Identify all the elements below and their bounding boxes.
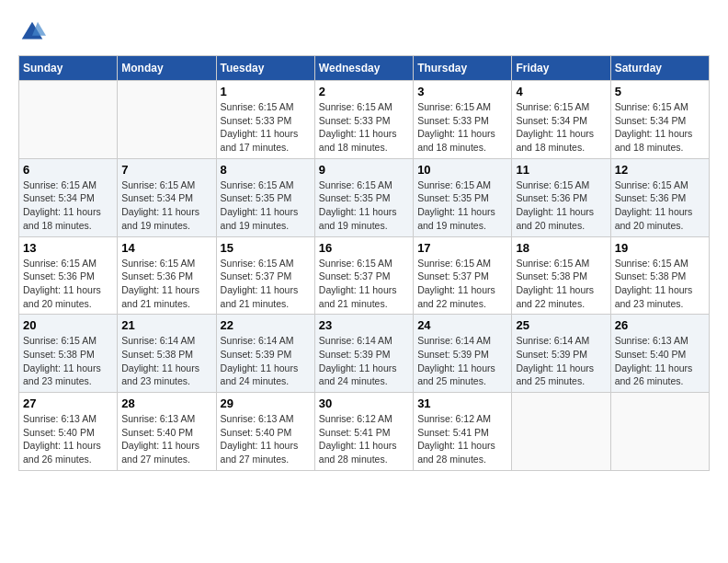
calendar-week-row: 13Sunrise: 6:15 AMSunset: 5:36 PMDayligh… xyxy=(19,236,710,315)
calendar-cell: 31Sunrise: 6:12 AMSunset: 5:41 PMDayligh… xyxy=(414,393,512,471)
calendar-cell: 15Sunrise: 6:15 AMSunset: 5:37 PMDayligh… xyxy=(216,236,314,315)
day-number: 8 xyxy=(221,163,311,177)
calendar-header-row: SundayMondayTuesdayWednesdayThursdayFrid… xyxy=(19,56,710,81)
column-header-thursday: Thursday xyxy=(414,56,512,81)
day-number: 1 xyxy=(221,85,311,98)
calendar-cell: 6Sunrise: 6:15 AMSunset: 5:34 PMDaylight… xyxy=(19,158,118,236)
calendar-cell: 16Sunrise: 6:15 AMSunset: 5:37 PMDayligh… xyxy=(314,236,413,315)
calendar-cell: 2Sunrise: 6:15 AMSunset: 5:33 PMDaylight… xyxy=(314,81,413,159)
day-number: 25 xyxy=(516,318,606,332)
day-number: 31 xyxy=(417,396,507,410)
day-number: 30 xyxy=(319,396,409,410)
day-info: Sunrise: 6:15 AMSunset: 5:33 PMDaylight:… xyxy=(221,100,311,155)
day-info: Sunrise: 6:14 AMSunset: 5:39 PMDaylight:… xyxy=(319,334,409,388)
day-number: 7 xyxy=(121,163,211,177)
day-info: Sunrise: 6:15 AMSunset: 5:36 PMDaylight:… xyxy=(121,257,211,311)
column-header-sunday: Sunday xyxy=(19,56,118,81)
calendar-cell: 30Sunrise: 6:12 AMSunset: 5:41 PMDayligh… xyxy=(314,393,413,471)
calendar-cell: 4Sunrise: 6:15 AMSunset: 5:34 PMDaylight… xyxy=(512,81,610,159)
calendar-cell: 9Sunrise: 6:15 AMSunset: 5:35 PMDaylight… xyxy=(314,158,413,236)
day-number: 29 xyxy=(221,396,311,410)
day-info: Sunrise: 6:13 AMSunset: 5:40 PMDaylight:… xyxy=(221,412,311,466)
calendar-table: SundayMondayTuesdayWednesdayThursdayFrid… xyxy=(18,55,710,471)
day-info: Sunrise: 6:15 AMSunset: 5:35 PMDaylight:… xyxy=(221,178,311,233)
calendar-cell: 18Sunrise: 6:15 AMSunset: 5:38 PMDayligh… xyxy=(512,236,610,315)
day-info: Sunrise: 6:15 AMSunset: 5:36 PMDaylight:… xyxy=(23,257,113,311)
calendar-week-row: 1Sunrise: 6:15 AMSunset: 5:33 PMDaylight… xyxy=(19,81,710,159)
day-number: 17 xyxy=(417,241,507,255)
day-info: Sunrise: 6:13 AMSunset: 5:40 PMDaylight:… xyxy=(23,412,113,466)
calendar-cell: 22Sunrise: 6:14 AMSunset: 5:39 PMDayligh… xyxy=(216,315,314,393)
calendar-cell: 27Sunrise: 6:13 AMSunset: 5:40 PMDayligh… xyxy=(19,393,118,471)
day-info: Sunrise: 6:15 AMSunset: 5:36 PMDaylight:… xyxy=(615,178,705,233)
day-number: 22 xyxy=(221,318,311,332)
day-info: Sunrise: 6:15 AMSunset: 5:34 PMDaylight:… xyxy=(121,178,211,233)
day-info: Sunrise: 6:15 AMSunset: 5:34 PMDaylight:… xyxy=(615,100,705,155)
column-header-tuesday: Tuesday xyxy=(216,56,314,81)
day-number: 21 xyxy=(121,318,211,332)
calendar-cell xyxy=(512,393,610,471)
day-number: 27 xyxy=(23,396,113,410)
day-info: Sunrise: 6:15 AMSunset: 5:38 PMDaylight:… xyxy=(23,334,113,388)
day-info: Sunrise: 6:15 AMSunset: 5:37 PMDaylight:… xyxy=(319,257,409,311)
calendar-cell: 29Sunrise: 6:13 AMSunset: 5:40 PMDayligh… xyxy=(216,393,314,471)
page-header xyxy=(18,18,710,46)
calendar-cell: 28Sunrise: 6:13 AMSunset: 5:40 PMDayligh… xyxy=(118,393,216,471)
day-number: 5 xyxy=(615,85,705,98)
day-number: 28 xyxy=(121,396,211,410)
calendar-cell: 24Sunrise: 6:14 AMSunset: 5:39 PMDayligh… xyxy=(414,315,512,393)
day-number: 12 xyxy=(615,163,705,177)
day-number: 19 xyxy=(615,241,705,255)
calendar-cell: 8Sunrise: 6:15 AMSunset: 5:35 PMDaylight… xyxy=(216,158,314,236)
day-info: Sunrise: 6:13 AMSunset: 5:40 PMDaylight:… xyxy=(615,334,705,388)
column-header-saturday: Saturday xyxy=(610,56,709,81)
calendar-cell xyxy=(118,81,216,159)
calendar-cell: 7Sunrise: 6:15 AMSunset: 5:34 PMDaylight… xyxy=(118,158,216,236)
day-number: 14 xyxy=(121,241,211,255)
calendar-cell: 17Sunrise: 6:15 AMSunset: 5:37 PMDayligh… xyxy=(414,236,512,315)
day-info: Sunrise: 6:15 AMSunset: 5:33 PMDaylight:… xyxy=(319,100,409,155)
day-info: Sunrise: 6:12 AMSunset: 5:41 PMDaylight:… xyxy=(417,412,507,466)
day-number: 15 xyxy=(221,241,311,255)
day-info: Sunrise: 6:15 AMSunset: 5:35 PMDaylight:… xyxy=(319,178,409,233)
day-info: Sunrise: 6:15 AMSunset: 5:36 PMDaylight:… xyxy=(516,178,606,233)
day-number: 16 xyxy=(319,241,409,255)
day-info: Sunrise: 6:14 AMSunset: 5:39 PMDaylight:… xyxy=(221,334,311,388)
day-info: Sunrise: 6:14 AMSunset: 5:39 PMDaylight:… xyxy=(516,334,606,388)
day-number: 13 xyxy=(23,241,113,255)
calendar-week-row: 27Sunrise: 6:13 AMSunset: 5:40 PMDayligh… xyxy=(19,393,710,471)
day-info: Sunrise: 6:14 AMSunset: 5:39 PMDaylight:… xyxy=(417,334,507,388)
day-info: Sunrise: 6:15 AMSunset: 5:34 PMDaylight:… xyxy=(23,178,113,233)
logo-icon xyxy=(18,18,46,46)
calendar-cell: 13Sunrise: 6:15 AMSunset: 5:36 PMDayligh… xyxy=(19,236,118,315)
calendar-cell: 23Sunrise: 6:14 AMSunset: 5:39 PMDayligh… xyxy=(314,315,413,393)
day-info: Sunrise: 6:13 AMSunset: 5:40 PMDaylight:… xyxy=(121,412,211,466)
calendar-cell xyxy=(19,81,118,159)
day-number: 11 xyxy=(516,163,606,177)
logo xyxy=(18,18,50,46)
day-number: 20 xyxy=(23,318,113,332)
calendar-week-row: 6Sunrise: 6:15 AMSunset: 5:34 PMDaylight… xyxy=(19,158,710,236)
calendar-cell: 11Sunrise: 6:15 AMSunset: 5:36 PMDayligh… xyxy=(512,158,610,236)
day-info: Sunrise: 6:15 AMSunset: 5:38 PMDaylight:… xyxy=(516,257,606,311)
calendar-cell: 3Sunrise: 6:15 AMSunset: 5:33 PMDaylight… xyxy=(414,81,512,159)
day-info: Sunrise: 6:15 AMSunset: 5:34 PMDaylight:… xyxy=(516,100,606,155)
calendar-cell: 10Sunrise: 6:15 AMSunset: 5:35 PMDayligh… xyxy=(414,158,512,236)
calendar-cell: 14Sunrise: 6:15 AMSunset: 5:36 PMDayligh… xyxy=(118,236,216,315)
day-number: 2 xyxy=(319,85,409,98)
day-number: 10 xyxy=(417,163,507,177)
day-info: Sunrise: 6:15 AMSunset: 5:37 PMDaylight:… xyxy=(221,257,311,311)
day-number: 23 xyxy=(319,318,409,332)
day-number: 4 xyxy=(516,85,606,98)
column-header-monday: Monday xyxy=(118,56,216,81)
day-number: 18 xyxy=(516,241,606,255)
calendar-cell: 12Sunrise: 6:15 AMSunset: 5:36 PMDayligh… xyxy=(610,158,709,236)
day-info: Sunrise: 6:14 AMSunset: 5:38 PMDaylight:… xyxy=(121,334,211,388)
calendar-cell: 25Sunrise: 6:14 AMSunset: 5:39 PMDayligh… xyxy=(512,315,610,393)
calendar-cell: 26Sunrise: 6:13 AMSunset: 5:40 PMDayligh… xyxy=(610,315,709,393)
calendar-week-row: 20Sunrise: 6:15 AMSunset: 5:38 PMDayligh… xyxy=(19,315,710,393)
day-number: 24 xyxy=(417,318,507,332)
day-info: Sunrise: 6:12 AMSunset: 5:41 PMDaylight:… xyxy=(319,412,409,466)
day-info: Sunrise: 6:15 AMSunset: 5:35 PMDaylight:… xyxy=(417,178,507,233)
calendar-cell: 21Sunrise: 6:14 AMSunset: 5:38 PMDayligh… xyxy=(118,315,216,393)
